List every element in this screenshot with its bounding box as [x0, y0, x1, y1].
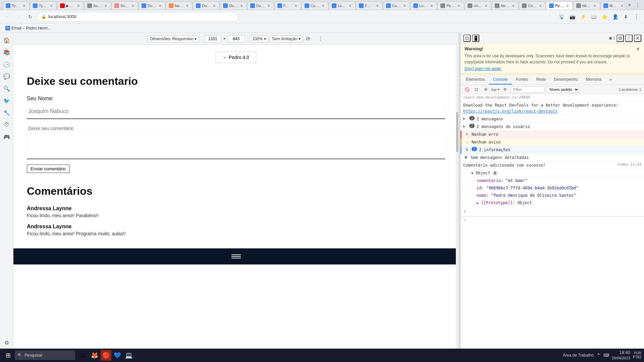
tab-close-t11[interactable]: ✕ — [293, 3, 298, 8]
sidebar-tools-icon[interactable]: 🔧 — [2, 108, 11, 117]
tab-close-t3[interactable]: ✕ — [76, 3, 81, 8]
tab-close-t4[interactable]: ✕ — [103, 3, 108, 8]
devtools-close-button[interactable]: ✕ — [634, 35, 641, 42]
viewport-height-input[interactable] — [228, 35, 245, 43]
browser-tab-t19[interactable]: · New r... ✕ — [492, 1, 519, 10]
console-input-field[interactable] — [468, 218, 641, 223]
back-button[interactable]: ← — [3, 12, 12, 21]
reload-button[interactable]: ↻ — [25, 12, 35, 21]
browser-tab-t7[interactable]: · favori... ✕ — [166, 1, 193, 10]
tab-close-t9[interactable]: ✕ — [239, 3, 244, 8]
prop-prototype[interactable]: ▶ [[Prototype]]: Object — [461, 199, 644, 206]
browser-tab-t1[interactable]: · TypeS... ✕ — [3, 1, 30, 10]
tab-memoria[interactable]: Memória — [582, 75, 606, 84]
browser-tab-t14[interactable]: · FORM... ✕ — [356, 1, 383, 10]
sidebar-msg-icon[interactable]: 💬 — [2, 72, 11, 81]
browser-tab-t20[interactable]: · Como ✕ — [519, 1, 546, 10]
console-react-devtools-row[interactable]: Download the React DevTools for a better… — [461, 102, 644, 115]
browser-tab-t21[interactable]: · Pec × ✕ — [546, 1, 573, 10]
sidebar-history-icon[interactable]: 🕒 — [2, 60, 11, 69]
comment-textarea[interactable] — [27, 132, 445, 159]
tab-close-t23[interactable]: ✕ — [620, 3, 624, 8]
console-level-select[interactable]: Níveis padrão — [546, 86, 579, 93]
start-button[interactable]: ⊞ — [3, 350, 13, 361]
tab-elementos[interactable]: Elementos — [462, 75, 489, 84]
browser-tab-t2[interactable]: · TypeS... ✕ — [30, 1, 57, 10]
console-filter-input[interactable] — [511, 86, 544, 93]
limit-dropdown[interactable]: Sem limitação ▾ — [270, 36, 303, 42]
bookmark-button[interactable]: ⭐ — [600, 12, 609, 21]
screenshot-button[interactable]: 📷 — [568, 12, 577, 21]
tab-close-t7[interactable]: ✕ — [185, 3, 190, 8]
console-all-messages-row[interactable]: ▶ 2 2 mensagens — [461, 115, 644, 123]
viewport-more-button[interactable]: ⋮ — [317, 35, 324, 43]
sidebar-home-icon[interactable]: 🏠 — [2, 36, 11, 45]
browser-tab-t5[interactable]: · Soluç... ✕ — [111, 1, 138, 10]
tab-close-t5[interactable]: ✕ — [130, 3, 135, 8]
tab-close-t8[interactable]: ✕ — [212, 3, 217, 8]
console-react-source-row[interactable]: react-dom.development.js:29840 — [461, 94, 644, 102]
settings-menu[interactable]: ⋮ — [632, 12, 641, 21]
tab-close-t2[interactable]: ✕ — [49, 3, 54, 8]
scrollbar-track[interactable] — [456, 45, 459, 362]
submit-comment-button[interactable]: Enviar comentário — [27, 165, 69, 173]
viewport-width-input[interactable] — [204, 35, 221, 43]
console-warnings-row[interactable]: ⚠ Nenhum aviso — [461, 138, 644, 146]
devtools-settings-button[interactable]: ⚙ — [616, 35, 624, 42]
warning-close-button[interactable]: ✕ — [636, 46, 640, 52]
profile-button[interactable]: 👤 — [610, 12, 620, 21]
react-devtools-link[interactable]: https://reactjs.org/link/react-devtools — [463, 109, 558, 114]
download-button[interactable]: ⬇ — [621, 12, 631, 21]
devtools-overflow-button[interactable]: ⋮ — [625, 35, 633, 42]
browser-menu-button[interactable]: ⋮ — [634, 1, 641, 9]
taskbar-file-explorer-button[interactable]: 🗂 — [78, 350, 89, 361]
console-object-block[interactable]: ▼ Object 8 — [461, 169, 644, 177]
inspect-element-button[interactable]: ⊡ — [463, 35, 471, 42]
console-user-messages-row[interactable]: ▶ 2 2 mensagens do usuário — [461, 123, 644, 131]
tab-close-t12[interactable]: ✕ — [321, 3, 325, 8]
tab-close-t6[interactable]: ✕ — [158, 3, 162, 8]
name-input[interactable] — [27, 104, 445, 119]
sidebar-settings-icon[interactable]: ⚙ — [2, 338, 11, 347]
browser-tab-t18[interactable]: · cineta... ✕ — [465, 1, 491, 10]
tab-desempenho[interactable]: Desempenho — [550, 75, 582, 84]
taskbar-terminal-button[interactable]: 💻 — [123, 350, 134, 361]
console-verbose-row[interactable]: ⚙ Sem mensagens detalhadas — [461, 154, 644, 162]
sidebar-clock-icon[interactable]: ⏱ — [2, 120, 11, 129]
taskbar-search-bar[interactable]: 🔍 Pesquisar — [15, 351, 75, 360]
browser-tab-t13[interactable]: · Login ✕ — [329, 1, 356, 10]
browser-tab-t16[interactable]: · Login ✕ — [410, 1, 437, 10]
device-toggle-button[interactable]: 📱 — [472, 35, 479, 42]
console-settings-button[interactable]: ⚙ — [482, 86, 489, 93]
browser-tab-t9[interactable]: · Duvid... ✕ — [220, 1, 247, 10]
browser-tab-t15[interactable]: · Curso ✕ — [383, 1, 410, 10]
new-tab-button[interactable]: + — [626, 1, 633, 9]
tab-close-t13[interactable]: ✕ — [348, 3, 353, 8]
tab-close-t1[interactable]: ✕ — [22, 3, 26, 8]
tab-close-t21[interactable]: ✕ — [565, 3, 570, 8]
tab-close-t10[interactable]: ✕ — [266, 3, 271, 8]
browser-tab-t4[interactable]: · Subin... ✕ — [84, 1, 111, 10]
console-success-row[interactable]: Comentário adicionado com sucesso! index… — [461, 162, 644, 169]
browser-tab-t12[interactable]: · Curso ✕ — [302, 1, 328, 10]
perf-button[interactable]: ⚡ — [578, 12, 588, 21]
scrollbar-thumb[interactable] — [456, 112, 458, 152]
taskbar-vscode-button[interactable]: 💙 — [112, 350, 123, 361]
taskbar-chrome-button[interactable]: 🔴 — [101, 350, 111, 361]
console-filter-button[interactable]: ⊡ — [473, 86, 480, 93]
tab-rede[interactable]: Rede — [532, 75, 550, 84]
browser-tab-t22[interactable]: · https:... ✕ — [573, 1, 600, 10]
rotate-button[interactable]: ⟳ — [304, 35, 312, 43]
taskbar-firefox-button[interactable]: 🦊 — [89, 350, 100, 361]
sidebar-game-icon[interactable]: 🎮 — [2, 132, 11, 141]
back-page-button[interactable]: ← Pedro 4.0 — [216, 52, 256, 63]
tab-fontes[interactable]: Fontes — [512, 75, 532, 84]
browser-tab-t23[interactable]: · Mocka... ✕ — [600, 1, 624, 10]
tab-console[interactable]: Console — [489, 75, 512, 84]
cast-button[interactable]: 📡 — [557, 12, 566, 21]
console-errors-row[interactable]: ✕ Nenhum erro — [461, 131, 644, 138]
console-clear-button[interactable]: 🚫 — [463, 86, 471, 93]
tab-close-t17[interactable]: ✕ — [457, 3, 461, 8]
dont-warn-link[interactable]: Don't warn me again — [465, 66, 640, 71]
zoom-dropdown[interactable]: 100% ▾ — [250, 36, 268, 42]
